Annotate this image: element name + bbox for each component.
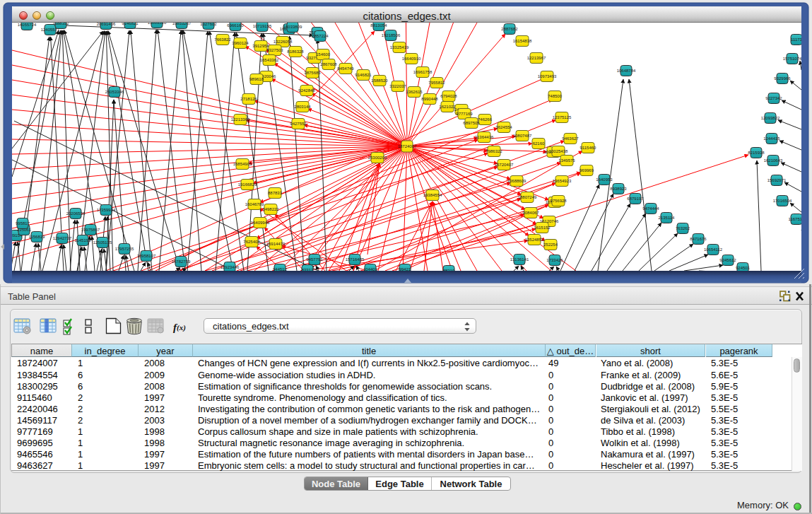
svg-text:12505135: 12505135	[93, 240, 112, 245]
svg-text:3875685: 3875685	[304, 71, 321, 75]
svg-text:(x): (x)	[177, 323, 186, 332]
svg-text:763262: 763262	[676, 226, 690, 230]
svg-text:8813054: 8813054	[370, 23, 387, 28]
svg-text:10648784: 10648784	[617, 69, 636, 73]
svg-text:2887682: 2887682	[501, 27, 518, 31]
svg-text:12375125: 12375125	[553, 115, 572, 119]
svg-text:9777169: 9777169	[456, 112, 473, 116]
svg-text:18807249: 18807249	[518, 195, 537, 199]
svg-text:12942737: 12942737	[53, 236, 72, 240]
svg-text:10958107: 10958107	[137, 254, 156, 258]
svg-text:7625402: 7625402	[243, 240, 260, 244]
svg-text:6879197: 6879197	[627, 197, 644, 201]
svg-text:15692971: 15692971	[767, 178, 787, 182]
svg-text:8186328: 8186328	[287, 49, 304, 54]
svg-text:12923446: 12923446	[220, 265, 240, 269]
svg-text:1640953: 1640953	[596, 177, 613, 182]
svg-text:3322037: 3322037	[389, 84, 406, 88]
svg-text:9146821: 9146821	[355, 73, 372, 77]
svg-text:989618: 989618	[249, 77, 264, 81]
svg-text:17359924: 17359924	[97, 208, 116, 212]
svg-text:1733426: 1733426	[546, 258, 563, 262]
svg-text:6966160: 6966160	[227, 23, 244, 28]
svg-text:9115460: 9115460	[580, 146, 597, 150]
svg-text:887833: 887833	[268, 191, 283, 195]
svg-text:14055724: 14055724	[18, 23, 37, 27]
svg-text:10973493: 10973493	[538, 74, 557, 78]
svg-text:10688609: 10688609	[507, 179, 526, 183]
svg-text:16640910: 16640910	[402, 57, 421, 61]
svg-text:12093822: 12093822	[761, 116, 780, 120]
svg-text:9084067: 9084067	[522, 211, 539, 215]
svg-text:7986322: 7986322	[486, 149, 502, 153]
svg-text:3498222: 3498222	[262, 207, 279, 211]
svg-text:9756928: 9756928	[550, 199, 567, 203]
svg-text:748500: 748500	[548, 94, 563, 98]
svg-text:15716485: 15716485	[346, 257, 365, 262]
svg-text:8215938: 8215938	[748, 151, 765, 155]
svg-text:16782759: 16782759	[172, 259, 191, 264]
svg-text:16914479: 16914479	[266, 242, 286, 246]
svg-text:12213369: 12213369	[231, 117, 250, 122]
svg-text:11173: 11173	[791, 37, 802, 42]
svg-text:16961758: 16961758	[413, 70, 433, 74]
svg-text:19384554: 19384554	[423, 193, 442, 197]
svg-text:13226058: 13226058	[273, 40, 293, 44]
svg-text:154600: 154600	[316, 52, 331, 57]
svg-text:2867608: 2867608	[320, 62, 337, 66]
svg-text:18724007: 18724007	[398, 144, 417, 148]
svg-text:16046789: 16046789	[245, 202, 264, 206]
svg-text:19975867: 19975867	[81, 228, 100, 232]
svg-text:25300203: 25300203	[368, 156, 387, 160]
svg-text:9427552: 9427552	[290, 122, 307, 126]
svg-text:7663822: 7663822	[214, 37, 231, 42]
svg-text:7857224: 7857224	[312, 34, 329, 38]
svg-text:1588520: 1588520	[371, 78, 388, 83]
svg-text:10654112: 10654112	[704, 247, 723, 252]
svg-text:26053346: 26053346	[105, 90, 124, 94]
svg-text:10807487: 10807487	[513, 134, 532, 138]
svg-text:9227342: 9227342	[765, 96, 782, 100]
svg-text:1244415: 1244415	[763, 136, 780, 141]
svg-text:15751074: 15751074	[783, 57, 802, 61]
svg-text:1362615: 1362615	[406, 90, 423, 94]
svg-text:9457791: 9457791	[306, 257, 323, 262]
svg-text:16409946: 16409946	[251, 221, 270, 225]
svg-text:7955812: 7955812	[428, 81, 445, 85]
svg-text:6897505: 6897505	[463, 121, 480, 125]
svg-text:10025438: 10025438	[549, 149, 568, 153]
svg-text:9245612: 9245612	[719, 258, 736, 262]
svg-text:2803144: 2803144	[294, 105, 311, 109]
svg-text:969969: 969969	[579, 168, 594, 173]
svg-text:13524851: 13524851	[525, 238, 544, 242]
svg-text:8938923: 8938923	[610, 187, 627, 191]
svg-text:15720407: 15720407	[495, 163, 514, 167]
svg-text:19218506: 19218506	[382, 33, 401, 37]
svg-text:252254: 252254	[543, 243, 558, 247]
svg-text:1621022: 1621022	[439, 105, 456, 109]
svg-text:16033809: 16033809	[283, 25, 302, 29]
svg-text:1349575: 1349575	[558, 158, 575, 163]
svg-text:10719155: 10719155	[253, 24, 272, 28]
svg-text:19166829: 19166829	[238, 182, 257, 187]
svg-text:9463627: 9463627	[562, 136, 579, 141]
svg-text:995817: 995817	[16, 221, 30, 226]
svg-text:9329966: 9329966	[774, 76, 791, 81]
svg-text:9242848: 9242848	[298, 88, 315, 93]
svg-text:13325419: 13325419	[390, 45, 409, 49]
svg-text:9474444: 9474444	[642, 206, 659, 211]
svg-text:746266: 746266	[478, 117, 493, 122]
svg-text:21364436: 21364436	[475, 135, 494, 139]
svg-text:17016504: 17016504	[773, 199, 792, 203]
svg-text:17957255: 17957255	[115, 247, 134, 251]
svg-text:3624554: 3624554	[495, 125, 512, 129]
svg-text:1615152: 1615152	[534, 226, 551, 230]
svg-text:20206536: 20206536	[66, 211, 86, 216]
svg-text:16543362: 16543362	[260, 58, 279, 62]
svg-text:1167533: 1167533	[789, 217, 806, 221]
svg-text:62160: 62160	[533, 141, 545, 146]
svg-text:2718126: 2718126	[240, 97, 257, 101]
svg-text:1156819: 1156819	[29, 235, 46, 239]
svg-text:16854905: 16854905	[233, 162, 252, 166]
svg-text:16210643: 16210643	[764, 158, 783, 163]
